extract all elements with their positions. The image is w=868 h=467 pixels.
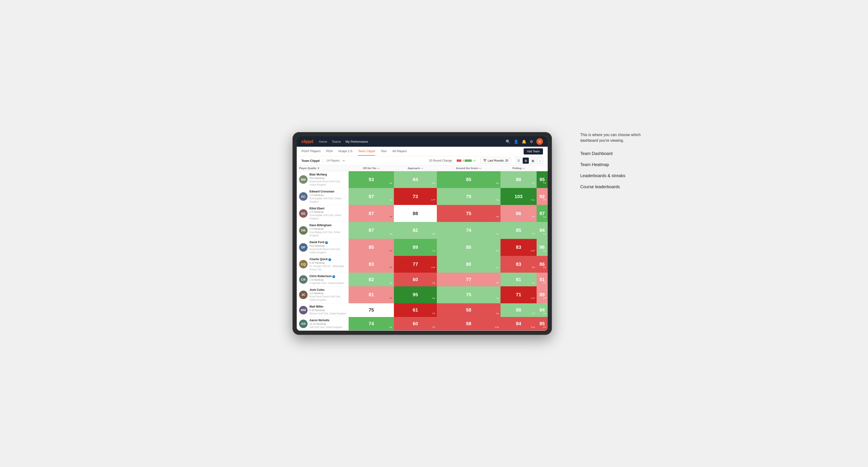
- avatar: DB: [299, 226, 308, 235]
- sub-nav: PGAT Players PGA Hcaps 1-5 Team Clippd T…: [297, 147, 548, 156]
- annotation-panel: This is where you can choose which dashb…: [580, 132, 651, 195]
- person-icon[interactable]: 👤: [514, 139, 519, 144]
- table-row[interactable]: MM Matt Miller 6-10 Handicap Woburn Golf…: [297, 303, 548, 317]
- expand-icon[interactable]: ↕: [537, 158, 543, 164]
- score-value: 82: [413, 228, 418, 233]
- player-info: CQ Charlie Quick✓ 6-10 Handicap St. Geor…: [299, 257, 346, 271]
- player-name: David Ford✓: [309, 240, 346, 244]
- col-header-putting: Putting —: [500, 165, 536, 171]
- annotation-item: Course leaderboards: [580, 184, 651, 190]
- round-change-bar: -5 +5: [457, 159, 475, 162]
- score-change: 1▼: [532, 182, 535, 184]
- player-club: Drift Golf Club, United Kingdom: [309, 326, 342, 329]
- player-handicap: 6-10 Handicap: [309, 309, 346, 312]
- score-value: 75: [466, 211, 471, 216]
- table-row[interactable]: CR Chris Robertson✓ 1-5 Handicap Craigmi…: [297, 273, 548, 286]
- score-cell: 86 6▼: [500, 205, 536, 222]
- table-row[interactable]: EC Edward Crossman 1-5 Handicap Sunningd…: [297, 188, 548, 205]
- score-cell: 80 3▲: [437, 239, 501, 256]
- grid-view-icon[interactable]: ⊞: [523, 158, 529, 164]
- score-change: 3▲: [496, 250, 499, 252]
- table-row[interactable]: DB Dave Billingham 1-5 Handicap Gog Mago…: [297, 222, 548, 239]
- score-value: 103: [515, 194, 522, 199]
- annotation-item: Leaderboards & streaks: [580, 173, 651, 179]
- round-change-label: 20 Round Change: [429, 159, 452, 162]
- score-change: 5▲: [543, 216, 546, 218]
- player-name: Chris Robertson✓: [309, 274, 344, 278]
- nav-link-home[interactable]: Home: [319, 139, 327, 144]
- score-change: 3▼: [389, 266, 393, 269]
- score-value: 61: [413, 307, 418, 313]
- player-name: Blair McHarg: [309, 173, 346, 177]
- nav-link-my-performance[interactable]: My Performance: [346, 139, 368, 144]
- avatar[interactable]: U: [536, 138, 543, 145]
- list-view-icon[interactable]: ☰: [516, 158, 522, 164]
- team-bar: Team Clippd | 14 Players ✏ 20 Round Chan…: [297, 156, 548, 165]
- avatar: MM: [299, 306, 308, 314]
- score-value: 84: [413, 177, 418, 182]
- sub-nav-pga[interactable]: PGA: [326, 147, 333, 156]
- heatmap-view-icon[interactable]: ▦: [530, 158, 536, 164]
- score-value: 75: [369, 307, 374, 313]
- score-cell: 88 2▼: [500, 303, 536, 317]
- score-change: 9▲: [389, 182, 393, 184]
- score-cell-inner: 85 4▼: [536, 318, 548, 330]
- player-club: Royal North Devon Golf Club, United King…: [309, 180, 346, 187]
- sub-nav-hcaps[interactable]: Hcaps 1-5: [338, 147, 352, 156]
- score-value: 93: [369, 177, 374, 182]
- nav-link-teams[interactable]: Teams: [332, 139, 341, 144]
- player-info: EC Edward Crossman 1-5 Handicap Sunningd…: [299, 190, 346, 204]
- sub-nav-all-players[interactable]: All Players: [392, 147, 407, 156]
- score-cell-inner: 75 2▲: [437, 289, 501, 301]
- score-change: 3▼: [543, 282, 546, 284]
- score-change: 3▲: [389, 282, 393, 284]
- score-cell-inner: 81 3▼: [349, 289, 394, 301]
- score-cell: 81 4▲: [500, 273, 536, 286]
- score-cell-inner: 61 3▼: [394, 304, 437, 316]
- score-cell-inner: 80 3▲: [437, 242, 501, 253]
- search-icon[interactable]: 🔍: [506, 139, 510, 144]
- score-cell-inner: 74 8▲: [349, 318, 394, 330]
- score-cell: 95 9▲: [536, 171, 548, 188]
- score-change: 3▲: [543, 312, 546, 315]
- player-club: St. George's Hill GC - Weybridge, Surrey…: [309, 264, 346, 271]
- table-row[interactable]: EE Elliot Ebert 1-5 Handicap Sunningdale…: [297, 205, 548, 222]
- score-cell: 89 7▲: [394, 239, 437, 256]
- score-cell-inner: 60 1▼: [394, 318, 437, 330]
- score-cell: 71 11▼: [500, 286, 536, 303]
- sub-nav-team-clippd[interactable]: Team Clippd: [358, 147, 375, 156]
- table-row[interactable]: AN Aaron Nicholls 11-15 Handicap Drift G…: [297, 317, 548, 331]
- last-rounds-button[interactable]: 📅 Last Rounds: 20: [480, 158, 511, 163]
- table-row[interactable]: BM Blair McHarg Plus Handicap Royal Nort…: [297, 171, 548, 188]
- score-cell-inner: 77 14▼: [394, 258, 437, 270]
- table-row[interactable]: DF David Ford✓ Plus Handicap Royal North…: [297, 239, 548, 256]
- sub-nav-pgat-players[interactable]: PGAT Players: [302, 147, 320, 156]
- score-cell: 77 3▼: [437, 273, 501, 286]
- sub-nav-tour[interactable]: Tour: [381, 147, 386, 156]
- score-cell-inner: 84 21▲: [500, 318, 536, 330]
- score-cell: 93 9▲: [349, 171, 394, 188]
- player-name: Elliot Ebert: [309, 207, 346, 211]
- score-cell: 94 1▲: [536, 222, 548, 239]
- add-team-button[interactable]: Add Team: [524, 148, 543, 154]
- score-value: 60: [413, 321, 418, 326]
- player-details: Blair McHarg Plus Handicap Royal North D…: [309, 173, 346, 187]
- table-row[interactable]: JC Josh Coles 1-5 Handicap Royal North D…: [297, 286, 548, 303]
- table-row[interactable]: CQ Charlie Quick✓ 6-10 Handicap St. Geor…: [297, 256, 548, 273]
- score-value: 82: [369, 277, 374, 282]
- player-handicap: Plus Handicap: [309, 177, 346, 180]
- nav-bar: clippd Home Teams My Performance 🔍 👤 🔔 ⚙…: [297, 136, 548, 147]
- score-cell-inner: 85 3▼: [500, 224, 536, 236]
- score-cell-inner: 96 3▲: [536, 242, 548, 253]
- annotation-item: Team Heatmap: [580, 161, 651, 168]
- score-change: 8▲: [496, 182, 499, 184]
- nav-links: Home Teams My Performance: [319, 139, 506, 144]
- score-cell: 84 21▲: [500, 317, 536, 331]
- score-value: 87: [369, 194, 374, 199]
- separator: |: [322, 158, 323, 163]
- score-change: 8▲: [432, 297, 435, 299]
- bell-icon[interactable]: 🔔: [522, 139, 526, 144]
- score-value: 87: [369, 228, 374, 233]
- edit-icon[interactable]: ✏: [342, 159, 345, 162]
- settings-icon[interactable]: ⚙: [530, 139, 533, 144]
